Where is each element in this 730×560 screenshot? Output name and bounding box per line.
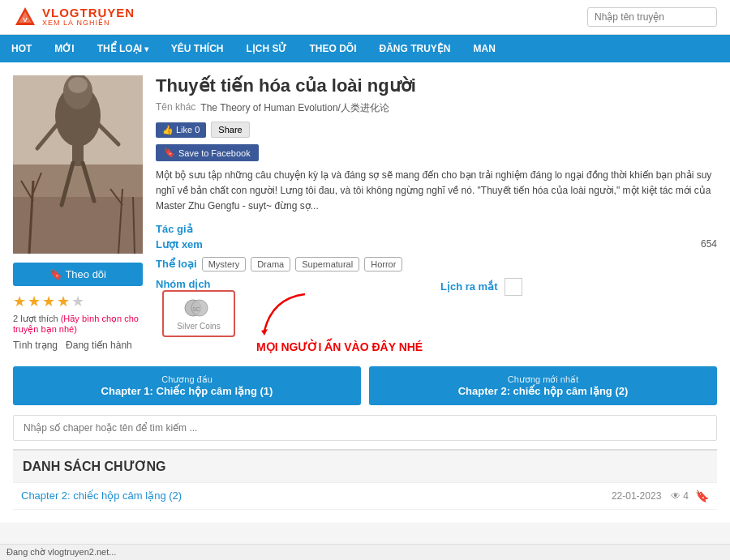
annotation-arrow bbox=[256, 290, 321, 339]
logo-text: VLOGTRUYEN XEM LÀ NGHIỀN bbox=[42, 6, 135, 28]
first-chapter-title: Chapter 1: Chiếc hộp câm lặng (1) bbox=[21, 385, 353, 397]
status-line: Tình trạng Đang tiến hành bbox=[13, 340, 143, 351]
star-1[interactable]: ★ bbox=[13, 293, 26, 310]
nav-follow[interactable]: THEO DÕI bbox=[298, 35, 367, 62]
arrow-annotation: MỌI NGƯỜI ẤN VÀO ĐÂY NHÉ bbox=[256, 290, 423, 353]
manga-cover-panel: 🔖 Theo dõi ★ ★ ★ ★ ★ 2 lượt thích (Hãy b… bbox=[13, 75, 143, 353]
navigation: HOT MỚI THỂ LOẠI YÊU THÍCH LỊCH SỬ THEO … bbox=[0, 35, 730, 62]
main-content: 🔖 Theo dõi ★ ★ ★ ★ ★ 2 lượt thích (Hãy b… bbox=[0, 62, 730, 523]
nav-upload[interactable]: ĐĂNG TRUYỆN bbox=[367, 35, 462, 62]
author-value bbox=[440, 223, 717, 235]
alt-name-value: The Theory of Human Evolution/人类进化论 bbox=[200, 101, 717, 115]
meta-grid: Tác giả Lượt xem 654 bbox=[156, 223, 717, 250]
views-label: Lượt xem bbox=[156, 238, 432, 250]
nav-history[interactable]: LỊCH SỬ bbox=[234, 35, 298, 62]
group-release-row: Nhóm dịch SC Silver Coins bbox=[156, 278, 717, 353]
release-box bbox=[505, 278, 522, 296]
chapter-buttons: Chương đầu Chapter 1: Chiếc hộp câm lặng… bbox=[13, 366, 717, 405]
genre-drama[interactable]: Drama bbox=[251, 257, 290, 271]
follow-button[interactable]: 🔖 Theo dõi bbox=[13, 263, 143, 286]
release-label: Lịch ra mắt bbox=[440, 280, 498, 293]
social-buttons-row: 👍 Like 0 Share bbox=[156, 122, 717, 138]
latest-chapter-title: Chapter 2: chiếc hộp câm lặng (2) bbox=[377, 385, 709, 397]
manga-description: Một bộ sưu tập những câu chuyện kỳ lạ và… bbox=[156, 168, 717, 215]
nav-moi[interactable]: MỚI bbox=[43, 35, 85, 62]
silver-coins-logo: SC bbox=[178, 297, 219, 319]
latest-chapter-button[interactable]: Chương mới nhất Chapter 2: chiếc hộp câm… bbox=[369, 366, 717, 405]
table-row: Chapter 2: chiếc hộp câm lặng (2) 22-01-… bbox=[13, 483, 717, 510]
save-fb-label: Save to Facebook bbox=[178, 148, 251, 158]
author-label: Tác giả bbox=[156, 223, 432, 235]
alt-name-row: Tên khác The Theory of Human Evolution/人… bbox=[156, 101, 717, 115]
like-button[interactable]: 👍 Like 0 bbox=[156, 122, 206, 138]
group-label: Nhóm dịch bbox=[156, 278, 211, 290]
star-2[interactable]: ★ bbox=[28, 293, 41, 310]
bookmark-icon: 🔖 bbox=[49, 268, 62, 280]
svg-marker-24 bbox=[261, 329, 268, 336]
first-chapter-button[interactable]: Chương đầu Chapter 1: Chiếc hộp câm lặng… bbox=[13, 366, 361, 405]
likes-info: 2 lượt thích (Hãy bình chọn cho truyện b… bbox=[13, 314, 143, 335]
group-col: Nhóm dịch SC Silver Coins bbox=[156, 278, 432, 353]
cover-image bbox=[13, 75, 143, 254]
chapter-title[interactable]: Chapter 2: chiếc hộp câm lặng (2) bbox=[21, 489, 612, 502]
first-chapter-label: Chương đầu bbox=[21, 374, 353, 385]
status-value: Đang tiến hành bbox=[66, 340, 132, 351]
thumbs-up-icon: 👍 bbox=[162, 125, 174, 135]
nav-favorites[interactable]: YÊU THÍCH bbox=[160, 35, 235, 62]
chapter-list: Chapter 2: chiếc hộp câm lặng (2) 22-01-… bbox=[13, 482, 717, 510]
svg-text:SC: SC bbox=[192, 306, 200, 312]
share-button[interactable]: Share bbox=[211, 122, 249, 138]
star-5[interactable]: ★ bbox=[71, 293, 84, 310]
genre-row: Thể loại Mystery Drama Supernatural Horr… bbox=[156, 257, 717, 271]
star-4[interactable]: ★ bbox=[57, 293, 70, 310]
views-value: 654 bbox=[440, 238, 717, 250]
annotation-text: MỌI NGƯỜI ẤN VÀO ĐÂY NHÉ bbox=[256, 340, 423, 353]
bookmark-chapter-icon[interactable]: 🔖 bbox=[695, 489, 709, 502]
svg-text:V: V bbox=[23, 16, 28, 24]
alt-name-label: Tên khác bbox=[156, 101, 195, 113]
nav-man[interactable]: MAN bbox=[462, 35, 506, 62]
rating-stars: ★ ★ ★ ★ ★ bbox=[13, 293, 143, 310]
eye-icon: 👁 bbox=[671, 490, 681, 502]
star-3[interactable]: ★ bbox=[42, 293, 55, 310]
genre-label: Thể loại bbox=[156, 258, 197, 270]
svg-point-16 bbox=[68, 77, 88, 93]
follow-label: Theo dõi bbox=[65, 268, 106, 280]
bookmark-fb-icon: 🔖 bbox=[164, 147, 175, 158]
nav-genres[interactable]: THỂ LOẠI bbox=[86, 35, 160, 62]
chapter-views: 👁 4 bbox=[671, 490, 689, 502]
likes-count: 2 lượt thích bbox=[13, 314, 58, 323]
logo-icon: V bbox=[13, 5, 37, 29]
nav-hot[interactable]: HOT bbox=[0, 35, 43, 62]
genre-supernatural[interactable]: Supernatural bbox=[295, 257, 359, 271]
latest-chapter-label: Chương mới nhất bbox=[377, 374, 709, 385]
chapter-search-input[interactable] bbox=[13, 415, 717, 441]
manga-info-panel: Thuyết tiến hóa của loài người Tên khác … bbox=[156, 75, 717, 353]
logo-name: VLOGTRUYEN bbox=[42, 6, 135, 20]
silver-coins-label: Silver Coins bbox=[177, 322, 220, 331]
header: V VLOGTRUYEN XEM LÀ NGHIỀN bbox=[0, 0, 730, 35]
chapter-date: 22-01-2023 bbox=[612, 490, 661, 502]
chapter-list-header: DANH SÁCH CHƯƠNG bbox=[13, 449, 717, 482]
status-label: Tình trạng bbox=[13, 340, 58, 351]
logo-sub: XEM LÀ NGHIỀN bbox=[42, 19, 135, 28]
genre-horror[interactable]: Horror bbox=[364, 257, 402, 271]
views-count: 4 bbox=[683, 490, 689, 502]
manga-title: Thuyết tiến hóa của loài người bbox=[156, 75, 717, 96]
save-facebook-button[interactable]: 🔖 Save to Facebook bbox=[156, 144, 259, 161]
logo: V VLOGTRUYEN XEM LÀ NGHIỀN bbox=[13, 5, 135, 29]
genre-mystery[interactable]: Mystery bbox=[202, 257, 247, 271]
silver-coins-group[interactable]: SC Silver Coins bbox=[162, 290, 235, 337]
manga-detail: 🔖 Theo dõi ★ ★ ★ ★ ★ 2 lượt thích (Hãy b… bbox=[13, 75, 717, 353]
like-count: Like 0 bbox=[176, 125, 200, 135]
release-col: Lịch ra mắt bbox=[440, 278, 717, 296]
search-input[interactable] bbox=[587, 7, 717, 27]
